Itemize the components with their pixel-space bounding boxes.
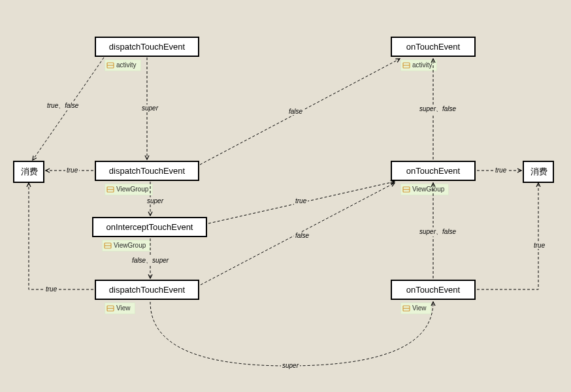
edge-label: super: [146, 197, 165, 204]
node-dispatch-viewgroup: dispatchTouchEvent: [95, 161, 199, 181]
edges-layer: [0, 0, 571, 392]
edge-label: true、false: [46, 101, 80, 110]
tag-label: ViewGroup: [116, 186, 148, 193]
node-consume-right: 消费: [523, 161, 554, 183]
edge-label: true: [44, 286, 58, 293]
node-consume-left: 消费: [13, 161, 44, 183]
edge-label: true: [494, 167, 508, 174]
node-dispatch-view: dispatchTouchEvent: [95, 280, 199, 300]
tag-ontouch-activity: activity: [400, 59, 437, 71]
tag-onintercept-viewgroup: ViewGroup: [102, 240, 150, 252]
tag-ontouch-viewgroup: ViewGroup: [400, 184, 449, 195]
edge-label: super、false: [418, 227, 457, 237]
tag-ontouch-view: View: [400, 302, 431, 314]
tag-label: activity: [116, 61, 137, 69]
edge-label: super: [281, 362, 300, 369]
edge-label: true: [65, 167, 79, 174]
tag-label: ViewGroup: [114, 242, 146, 250]
edge-label: super: [140, 105, 159, 112]
tag-dispatch-viewgroup: ViewGroup: [105, 184, 153, 195]
tag-label: ViewGroup: [412, 186, 444, 193]
edge-label: false、super: [131, 256, 170, 265]
edge-label: false: [287, 108, 304, 115]
tag-label: View: [116, 304, 131, 312]
edge-label: false: [294, 232, 310, 239]
tag-label: activity: [412, 61, 432, 69]
edge-label: super、false: [418, 105, 457, 114]
node-ontouch-activity: onTouchEvent: [391, 37, 476, 57]
tag-label: View: [412, 304, 427, 312]
node-ontouch-viewgroup: onTouchEvent: [391, 161, 476, 181]
tag-dispatch-view: View: [105, 302, 135, 314]
node-onintercept-viewgroup: onInterceptTouchEvent: [92, 217, 207, 237]
edge-label: true: [294, 197, 308, 204]
node-ontouch-view: onTouchEvent: [391, 280, 476, 300]
edge-label: true: [532, 242, 546, 249]
tag-dispatch-activity: activity: [105, 59, 141, 71]
node-dispatch-activity: dispatchTouchEvent: [95, 37, 199, 57]
